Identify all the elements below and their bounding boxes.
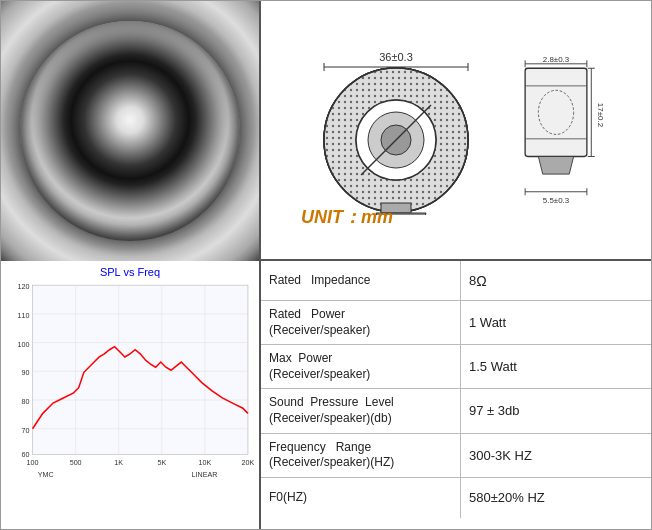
unit-label: UNIT：mm xyxy=(301,205,393,229)
spec-value-f0: 580±20% HZ xyxy=(461,478,651,518)
spec-label-spl: Sound Pressure Level(Receiver/speaker)(d… xyxy=(261,389,461,432)
spec-row-rated-power: Rated Power(Receiver/speaker) 1 Watt xyxy=(261,301,651,345)
svg-rect-21 xyxy=(525,68,587,156)
spec-label-freq-range: Frequency Range(Receiver/speaker)(HZ) xyxy=(261,434,461,477)
svg-text:500: 500 xyxy=(70,459,82,467)
spec-value-max-power: 1.5 Watt xyxy=(461,345,651,388)
graph-section: SPL vs Freq 120 110 100 xyxy=(1,261,261,530)
spec-row-freq-range: Frequency Range(Receiver/speaker)(HZ) 30… xyxy=(261,434,651,478)
svg-text:100: 100 xyxy=(18,341,30,349)
dim-bottom-label: 5.5±0.3 xyxy=(543,196,570,205)
svg-text:10K: 10K xyxy=(199,459,212,467)
spec-value-impedance: 8 Ω xyxy=(461,261,651,300)
specs-section: Rated Impedance 8 Ω Rated Power(Receiver… xyxy=(261,261,651,530)
bottom-section: SPL vs Freq 120 110 100 xyxy=(1,261,651,530)
dim-top-label: 2.8±0.3 xyxy=(543,55,570,64)
svg-text:1K: 1K xyxy=(114,459,123,467)
spec-label-impedance: Rated Impedance xyxy=(261,261,461,300)
diagram-container: 36±0.3 2.8±0.3 xyxy=(306,45,606,215)
side-view-diagram: 2.8±0.3 17±0.2 5.5±0.3 xyxy=(506,55,606,205)
graph-title: SPL vs Freq xyxy=(6,266,254,278)
svg-text:110: 110 xyxy=(18,312,30,320)
spec-row-spl: Sound Pressure Level(Receiver/speaker)(d… xyxy=(261,389,651,433)
svg-text:90: 90 xyxy=(22,369,30,377)
spec-label-rated-power: Rated Power(Receiver/speaker) xyxy=(261,301,461,344)
spec-label-f0: F0(HZ) xyxy=(261,478,461,518)
svg-marker-25 xyxy=(538,156,573,174)
spec-label-max-power: Max Power(Receiver/speaker) xyxy=(261,345,461,388)
top-section: 36±0.3 2.8±0.3 xyxy=(1,1,651,261)
spec-row-f0: F0(HZ) 580±20% HZ xyxy=(261,478,651,518)
speaker-photo xyxy=(1,1,261,261)
spec-value-spl: 97 ± 3db xyxy=(461,389,651,432)
diagrams-section: 36±0.3 2.8±0.3 xyxy=(261,1,651,259)
speaker-inner-rings xyxy=(20,21,240,241)
spec-row-max-power: Max Power(Receiver/speaker) 1.5 Watt xyxy=(261,345,651,389)
svg-text:70: 70 xyxy=(22,427,30,435)
spec-value-freq-range: 300-3K HZ xyxy=(461,434,651,477)
dim-outer-label: 36±0.3 xyxy=(379,51,413,63)
spec-value-rated-power: 1 Watt xyxy=(461,301,651,344)
top-view-diagram: 36±0.3 xyxy=(306,45,486,215)
spec-row-impedance: Rated Impedance 8 Ω xyxy=(261,261,651,301)
graph-mode: LINEAR xyxy=(192,471,218,479)
svg-text:20K: 20K xyxy=(242,459,254,467)
dim-height-label: 17±0.2 xyxy=(596,103,605,128)
graph-brand: YMC xyxy=(38,471,54,479)
svg-text:100: 100 xyxy=(27,459,39,467)
svg-text:120: 120 xyxy=(18,283,30,291)
svg-text:80: 80 xyxy=(22,398,30,406)
svg-text:5K: 5K xyxy=(157,459,166,467)
spl-graph: 120 110 100 90 80 70 60 100 500 1K 5K 10… xyxy=(6,280,254,480)
